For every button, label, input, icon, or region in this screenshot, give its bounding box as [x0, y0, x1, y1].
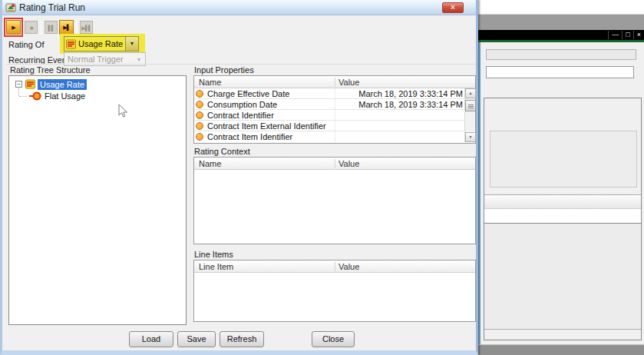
skip-next-button[interactable]: ▶▌: [59, 20, 74, 35]
rating-trial-run-dialog: Rating Trial Run × ▶ ■ ▌▌ ▶▌ ▶▌▌ Rating …: [0, 0, 478, 355]
maximize-icon[interactable]: □: [622, 31, 632, 39]
chevron-down-icon[interactable]: ▼: [125, 37, 138, 51]
table-row[interactable]: Charge Effective Date March 18, 2019 3:3…: [194, 88, 475, 99]
table-row[interactable]: Consumption Date March 18, 2019 3:33:14 …: [194, 99, 475, 110]
column-divider: [335, 159, 335, 168]
recurring-event-value: Normal Trigger: [64, 55, 133, 64]
pause-button: ▌▌: [45, 21, 58, 34]
tree-node-flat-usage[interactable]: Flat Usage: [29, 90, 85, 101]
save-button[interactable]: Save: [177, 331, 216, 347]
table-header[interactable]: Name Value: [194, 76, 475, 88]
name-column-header[interactable]: Name: [199, 159, 221, 168]
flat-usage-icon: [29, 91, 41, 101]
table-row[interactable]: Contract Item Identifier: [194, 131, 475, 142]
vertical-scrollbar[interactable]: ▲ ▼: [464, 88, 475, 142]
tree-node-label: Usage Rate: [38, 79, 87, 90]
name-column-header[interactable]: Name: [199, 78, 221, 87]
value-column-header[interactable]: Value: [339, 262, 359, 271]
rating-of-label: Rating Of: [8, 40, 44, 49]
background-window-titlebar: — □ ×: [478, 30, 644, 40]
value-column-header[interactable]: Value: [339, 78, 359, 87]
table-row[interactable]: Contract Item External Identifier: [194, 121, 475, 131]
load-button[interactable]: Load: [129, 331, 173, 347]
minimize-icon[interactable]: —: [608, 31, 622, 39]
rating-context-title: Rating Context: [194, 147, 250, 156]
input-properties-table: Name Value Charge Effective Date March 1…: [193, 75, 476, 144]
usage-rate-icon: [25, 79, 35, 89]
scroll-down-icon[interactable]: ▼: [465, 132, 476, 142]
dialog-title: Rating Trial Run: [19, 2, 85, 13]
property-name: Contract Identifier: [207, 111, 274, 120]
toolbar-separator: [76, 21, 77, 35]
stop-button: ■: [25, 21, 38, 34]
property-icon: [196, 122, 203, 130]
background-top-strip: [478, 0, 644, 15]
input-properties-title: Input Properties: [194, 65, 254, 75]
column-divider: [335, 121, 335, 131]
line-item-column-header[interactable]: Line Item: [199, 262, 233, 271]
close-icon[interactable]: ×: [633, 31, 644, 39]
chevron-down-icon: ▼: [133, 57, 145, 62]
tree-connector: [19, 96, 27, 97]
section-separator: [6, 64, 476, 65]
column-divider: [335, 110, 335, 120]
background-field-disabled: [486, 49, 636, 60]
dialog-titlebar[interactable]: Rating Trial Run ×: [2, 0, 476, 15]
property-value[interactable]: March 18, 2019 3:33:14 PM: [335, 100, 463, 109]
tree-connector: [18, 88, 19, 96]
rating-context-table: Name Value: [193, 157, 476, 244]
background-content-area: [484, 224, 641, 330]
tree-node-usage-rate[interactable]: Usage Rate: [25, 78, 87, 90]
property-name: Charge Effective Date: [207, 89, 289, 98]
background-inner-panel: [490, 131, 637, 187]
close-button[interactable]: Close: [312, 331, 355, 347]
property-value[interactable]: March 18, 2019 3:33:14 PM: [335, 89, 463, 98]
step-forward-button: ▶▌▌: [80, 21, 93, 34]
property-icon: [196, 111, 203, 119]
property-icon: [196, 101, 203, 108]
value-column-header[interactable]: Value: [339, 159, 359, 168]
scrollbar-thumb[interactable]: [465, 100, 476, 111]
background-table-header: [484, 194, 641, 209]
screenshot-stage: — □ × Rating Trial Run: [0, 0, 644, 355]
line-items-title: Line Items: [194, 250, 233, 259]
background-window-body: [478, 42, 644, 344]
property-name: Contract Item Identifier: [207, 132, 292, 141]
column-divider: [335, 131, 335, 142]
table-header[interactable]: Line Item Value: [194, 260, 475, 273]
refresh-button[interactable]: Refresh: [220, 331, 264, 347]
tree-collapse-toggle[interactable]: −: [15, 81, 22, 88]
scroll-up-icon[interactable]: ▲: [465, 88, 476, 98]
background-table-row: [484, 209, 641, 224]
table-header[interactable]: Name Value: [194, 158, 475, 170]
dialog-close-button[interactable]: ×: [442, 2, 464, 13]
background-bottom-edge: [478, 344, 644, 355]
tree-panel-title: Rating Tree Structure: [10, 65, 91, 75]
property-name: Consumption Date: [207, 100, 277, 109]
tree-node-label: Flat Usage: [45, 91, 85, 101]
rating-of-dropdown[interactable]: Usage Rate ▼: [64, 36, 139, 51]
property-icon: [196, 133, 203, 141]
column-divider: [335, 262, 335, 271]
line-items-table: Line Item Value: [193, 260, 476, 322]
rating-tree[interactable]: − Usage Rate Flat Usage: [8, 75, 187, 325]
property-name: Contract Item External Identifier: [207, 121, 326, 131]
property-icon: [196, 90, 203, 98]
table-row[interactable]: Contract Identifier: [194, 110, 475, 121]
rating-of-value: Usage Rate: [76, 39, 125, 48]
column-divider: [335, 78, 335, 87]
usage-rate-icon: [66, 39, 76, 49]
play-button[interactable]: ▶: [6, 20, 21, 35]
background-text-input[interactable]: [486, 66, 634, 78]
app-icon: [5, 2, 16, 13]
toolbar-separator: [41, 21, 41, 35]
background-gray-bar: [478, 15, 644, 30]
background-panel: [484, 98, 642, 340]
background-window: — □ ×: [478, 0, 644, 355]
